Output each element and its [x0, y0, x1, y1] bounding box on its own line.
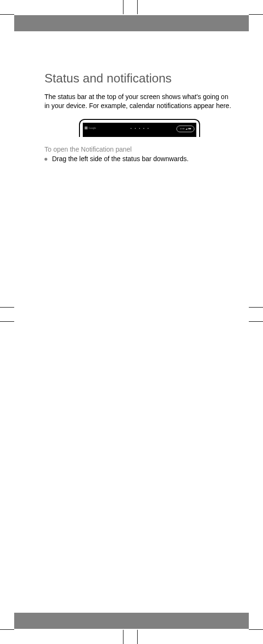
crop-mark — [249, 629, 263, 630]
bullet-icon — [44, 158, 47, 161]
crop-mark — [0, 14, 14, 15]
phone-time: 12:00 — [180, 127, 184, 130]
crop-mark — [249, 307, 263, 308]
phone-status-icons: 12:00 — [180, 127, 191, 130]
crop-mark — [137, 0, 138, 14]
crop-mark — [123, 630, 123, 644]
battery-icon — [188, 128, 191, 129]
header-band — [14, 15, 249, 31]
section-subheading: To open the Notification panel — [44, 145, 235, 153]
crop-mark — [0, 629, 14, 630]
phone-app-icon — [85, 127, 88, 129]
page-content: Status and notifications The status bar … — [44, 71, 235, 163]
phone-illustration: Google 12:00 — [79, 119, 200, 137]
phone-left-label: Google — [88, 127, 96, 129]
crop-mark — [249, 321, 263, 322]
intro-paragraph: The status bar at the top of your screen… — [44, 92, 235, 110]
phone-screen: Google 12:00 — [83, 123, 196, 137]
crop-mark — [123, 0, 123, 14]
phone-page-dots — [131, 128, 149, 129]
crop-mark — [249, 14, 263, 15]
phone-left-content: Google — [85, 127, 96, 130]
footer-band — [14, 613, 249, 629]
crop-mark — [0, 321, 14, 322]
crop-mark — [0, 307, 14, 308]
crop-mark — [137, 630, 138, 644]
signal-icon — [185, 128, 187, 130]
status-bar-highlight: 12:00 — [176, 126, 194, 132]
instruction-item: Drag the left side of the status bar dow… — [44, 155, 235, 163]
instruction-text: Drag the left side of the status bar dow… — [52, 155, 189, 163]
page-heading: Status and notifications — [44, 71, 235, 86]
